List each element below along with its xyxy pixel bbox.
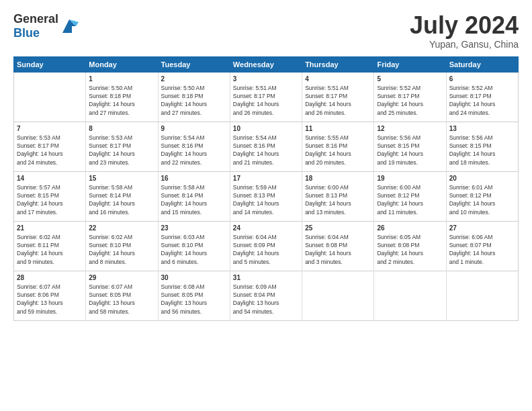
day-info: Sunrise: 6:06 AM Sunset: 8:07 PM Dayligh… bbox=[449, 233, 515, 266]
table-row bbox=[302, 271, 374, 320]
day-info: Sunrise: 5:58 AM Sunset: 8:14 PM Dayligh… bbox=[161, 183, 227, 216]
day-number: 29 bbox=[89, 274, 154, 281]
day-number: 20 bbox=[449, 175, 515, 182]
table-row: 23Sunrise: 6:03 AM Sunset: 8:10 PM Dayli… bbox=[158, 221, 230, 271]
table-row: 12Sunrise: 5:56 AM Sunset: 8:15 PM Dayli… bbox=[374, 122, 446, 171]
day-info: Sunrise: 5:51 AM Sunset: 8:17 PM Dayligh… bbox=[305, 84, 371, 117]
day-info: Sunrise: 5:52 AM Sunset: 8:17 PM Dayligh… bbox=[449, 84, 515, 117]
day-info: Sunrise: 6:05 AM Sunset: 8:08 PM Dayligh… bbox=[377, 233, 443, 266]
day-info: Sunrise: 5:53 AM Sunset: 8:17 PM Dayligh… bbox=[89, 134, 154, 167]
day-info: Sunrise: 6:02 AM Sunset: 8:10 PM Dayligh… bbox=[89, 233, 154, 266]
col-wednesday: Wednesday bbox=[230, 56, 302, 72]
day-number: 22 bbox=[89, 224, 154, 232]
calendar-table: Sunday Monday Tuesday Wednesday Thursday… bbox=[13, 56, 519, 321]
day-info: Sunrise: 5:52 AM Sunset: 8:17 PM Dayligh… bbox=[377, 84, 443, 117]
day-number: 28 bbox=[17, 274, 83, 281]
table-row: 24Sunrise: 6:04 AM Sunset: 8:09 PM Dayli… bbox=[230, 221, 302, 271]
table-row: 1Sunrise: 5:50 AM Sunset: 8:18 PM Daylig… bbox=[86, 72, 158, 122]
table-row: 29Sunrise: 6:07 AM Sunset: 8:05 PM Dayli… bbox=[86, 271, 158, 320]
table-row: 26Sunrise: 6:05 AM Sunset: 8:08 PM Dayli… bbox=[374, 221, 446, 271]
logo: General Blue bbox=[13, 12, 79, 40]
calendar-header: Sunday Monday Tuesday Wednesday Thursday… bbox=[14, 56, 519, 72]
table-row: 13Sunrise: 5:56 AM Sunset: 8:15 PM Dayli… bbox=[446, 122, 518, 171]
day-info: Sunrise: 5:58 AM Sunset: 8:14 PM Dayligh… bbox=[89, 183, 154, 216]
table-row bbox=[374, 271, 446, 320]
day-info: Sunrise: 5:53 AM Sunset: 8:17 PM Dayligh… bbox=[17, 134, 83, 167]
day-number: 1 bbox=[89, 75, 154, 83]
col-tuesday: Tuesday bbox=[158, 56, 230, 72]
day-info: Sunrise: 5:57 AM Sunset: 8:15 PM Dayligh… bbox=[17, 183, 83, 216]
table-row: 9Sunrise: 5:54 AM Sunset: 8:16 PM Daylig… bbox=[158, 122, 230, 171]
day-info: Sunrise: 6:00 AM Sunset: 8:13 PM Dayligh… bbox=[305, 183, 371, 216]
table-row: 22Sunrise: 6:02 AM Sunset: 8:10 PM Dayli… bbox=[86, 221, 158, 271]
table-row: 27Sunrise: 6:06 AM Sunset: 8:07 PM Dayli… bbox=[446, 221, 518, 271]
day-info: Sunrise: 6:00 AM Sunset: 8:12 PM Dayligh… bbox=[377, 183, 443, 216]
day-info: Sunrise: 5:59 AM Sunset: 8:13 PM Dayligh… bbox=[233, 183, 299, 216]
day-number: 23 bbox=[161, 224, 227, 232]
table-row: 28Sunrise: 6:07 AM Sunset: 8:06 PM Dayli… bbox=[14, 271, 86, 320]
page: General Blue July 2024 Yupan, Gansu, Chi… bbox=[0, 0, 532, 411]
table-row: 17Sunrise: 5:59 AM Sunset: 8:13 PM Dayli… bbox=[230, 171, 302, 221]
day-info: Sunrise: 5:51 AM Sunset: 8:17 PM Dayligh… bbox=[233, 84, 299, 117]
table-row: 20Sunrise: 6:01 AM Sunset: 8:12 PM Dayli… bbox=[446, 171, 518, 221]
col-sunday: Sunday bbox=[14, 56, 86, 72]
table-row: 7Sunrise: 5:53 AM Sunset: 8:17 PM Daylig… bbox=[14, 122, 86, 171]
day-number: 21 bbox=[17, 224, 83, 232]
day-info: Sunrise: 5:56 AM Sunset: 8:15 PM Dayligh… bbox=[449, 134, 515, 167]
day-number: 6 bbox=[449, 75, 515, 83]
day-info: Sunrise: 5:54 AM Sunset: 8:16 PM Dayligh… bbox=[161, 134, 227, 167]
table-row: 19Sunrise: 6:00 AM Sunset: 8:12 PM Dayli… bbox=[374, 171, 446, 221]
table-row: 21Sunrise: 6:02 AM Sunset: 8:11 PM Dayli… bbox=[14, 221, 86, 271]
day-number: 14 bbox=[17, 175, 83, 182]
day-info: Sunrise: 5:54 AM Sunset: 8:16 PM Dayligh… bbox=[233, 134, 299, 167]
day-number: 12 bbox=[377, 125, 443, 132]
day-number: 18 bbox=[305, 175, 371, 182]
table-row: 8Sunrise: 5:53 AM Sunset: 8:17 PM Daylig… bbox=[86, 122, 158, 171]
day-info: Sunrise: 5:56 AM Sunset: 8:15 PM Dayligh… bbox=[377, 134, 443, 167]
day-number: 7 bbox=[17, 125, 83, 132]
day-number: 10 bbox=[233, 125, 299, 132]
day-number: 13 bbox=[449, 125, 515, 132]
day-number: 24 bbox=[233, 224, 299, 232]
logo-blue: Blue bbox=[13, 26, 40, 40]
table-row: 30Sunrise: 6:08 AM Sunset: 8:05 PM Dayli… bbox=[158, 271, 230, 320]
day-number: 8 bbox=[89, 125, 154, 132]
day-number: 9 bbox=[161, 125, 227, 132]
col-friday: Friday bbox=[374, 56, 446, 72]
day-info: Sunrise: 6:01 AM Sunset: 8:12 PM Dayligh… bbox=[449, 183, 515, 216]
table-row: 18Sunrise: 6:00 AM Sunset: 8:13 PM Dayli… bbox=[302, 171, 374, 221]
logo-text: General Blue bbox=[13, 12, 58, 40]
day-info: Sunrise: 5:50 AM Sunset: 8:18 PM Dayligh… bbox=[89, 84, 154, 117]
col-monday: Monday bbox=[86, 56, 158, 72]
day-info: Sunrise: 6:04 AM Sunset: 8:08 PM Dayligh… bbox=[305, 233, 371, 266]
table-row: 10Sunrise: 5:54 AM Sunset: 8:16 PM Dayli… bbox=[230, 122, 302, 171]
day-number: 19 bbox=[377, 175, 443, 182]
day-number: 25 bbox=[305, 224, 371, 232]
day-info: Sunrise: 6:09 AM Sunset: 8:04 PM Dayligh… bbox=[233, 283, 299, 316]
day-info: Sunrise: 5:50 AM Sunset: 8:18 PM Dayligh… bbox=[161, 84, 227, 117]
header: General Blue July 2024 Yupan, Gansu, Chi… bbox=[13, 12, 519, 50]
day-number: 15 bbox=[89, 175, 154, 182]
table-row: 14Sunrise: 5:57 AM Sunset: 8:15 PM Dayli… bbox=[14, 171, 86, 221]
day-number: 4 bbox=[305, 75, 371, 83]
calendar-body: 1Sunrise: 5:50 AM Sunset: 8:18 PM Daylig… bbox=[14, 72, 519, 320]
table-row: 16Sunrise: 5:58 AM Sunset: 8:14 PM Dayli… bbox=[158, 171, 230, 221]
title-block: July 2024 Yupan, Gansu, China bbox=[410, 12, 519, 50]
table-row: 3Sunrise: 5:51 AM Sunset: 8:17 PM Daylig… bbox=[230, 72, 302, 122]
day-number: 11 bbox=[305, 125, 371, 132]
day-info: Sunrise: 6:03 AM Sunset: 8:10 PM Dayligh… bbox=[161, 233, 227, 266]
table-row: 25Sunrise: 6:04 AM Sunset: 8:08 PM Dayli… bbox=[302, 221, 374, 271]
day-number: 16 bbox=[161, 175, 227, 182]
day-info: Sunrise: 6:02 AM Sunset: 8:11 PM Dayligh… bbox=[17, 233, 83, 266]
table-row: 31Sunrise: 6:09 AM Sunset: 8:04 PM Dayli… bbox=[230, 271, 302, 320]
day-number: 2 bbox=[161, 75, 227, 83]
day-info: Sunrise: 6:08 AM Sunset: 8:05 PM Dayligh… bbox=[161, 283, 227, 316]
day-number: 27 bbox=[449, 224, 515, 232]
logo-general: General bbox=[13, 12, 58, 26]
day-info: Sunrise: 6:07 AM Sunset: 8:06 PM Dayligh… bbox=[17, 283, 83, 316]
day-info: Sunrise: 5:55 AM Sunset: 8:16 PM Dayligh… bbox=[305, 134, 371, 167]
month-title: July 2024 bbox=[410, 12, 519, 39]
table-row: 5Sunrise: 5:52 AM Sunset: 8:17 PM Daylig… bbox=[374, 72, 446, 122]
day-number: 30 bbox=[161, 274, 227, 281]
table-row: 11Sunrise: 5:55 AM Sunset: 8:16 PM Dayli… bbox=[302, 122, 374, 171]
